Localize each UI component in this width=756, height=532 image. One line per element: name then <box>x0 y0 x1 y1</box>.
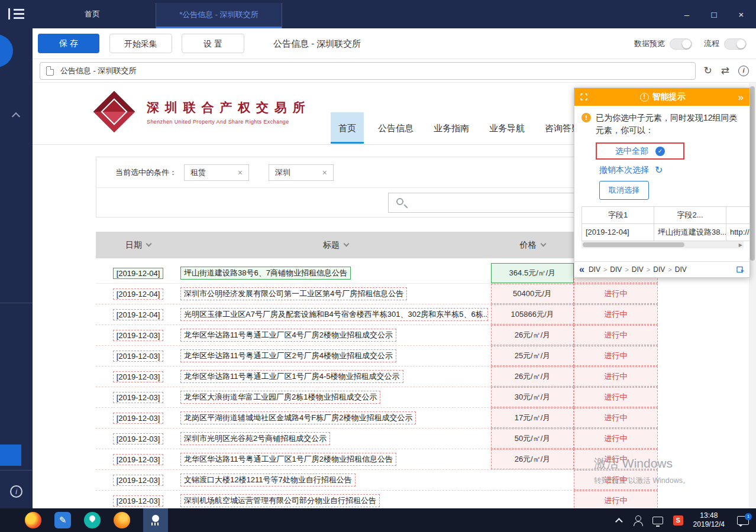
price-cell[interactable]: 17元/㎡/月 <box>491 408 574 428</box>
hscroll-thumb[interactable] <box>583 242 684 247</box>
price-cell[interactable]: 50400元/月 <box>491 284 574 304</box>
status-cell[interactable]: 进行中 <box>574 491 658 508</box>
column-header[interactable]: 价格 <box>491 240 574 251</box>
tab-announcement-active[interactable]: *公告信息 - 深圳联交所 <box>156 3 282 28</box>
table-row[interactable]: [2019-12-03]深圳市光明区光谷苑2号商铺招租成交公示50元/㎡/月进行… <box>96 429 658 449</box>
start-collect-button[interactable]: 开始采集 <box>109 34 172 53</box>
price-cell[interactable]: 26元/㎡/月 <box>491 366 574 387</box>
scroll-right-icon[interactable]: ▶ <box>739 242 742 248</box>
table-row[interactable]: [2019-12-03]龙华区华达路11号粤通工业厂区1号厂房4-5楼物业招租成… <box>96 366 658 387</box>
sidebar-active-indicator[interactable] <box>0 445 21 466</box>
breadcrumb-back-icon[interactable]: « <box>579 265 584 274</box>
price-cell[interactable]: 26元/㎡/月 <box>491 449 574 469</box>
announcement-title-link[interactable]: 光明区玉律工业区A7号厂房及配套设施和B4号宿舍楼西半栋301、302房和东半栋… <box>180 308 488 321</box>
table-row[interactable]: [2019-12-03]龙岗区平湖街道辅城坳社区金城路4号F栋厂房2楼物业招租成… <box>96 408 658 429</box>
maximize-button[interactable]: □ <box>700 9 728 20</box>
date-value[interactable]: [2019-12-03] <box>113 433 164 445</box>
settings-button[interactable]: 设 置 <box>182 34 244 53</box>
flow-toggle[interactable] <box>724 38 747 50</box>
notification-center-icon[interactable]: 1 <box>737 516 749 525</box>
table-row[interactable]: [2019-12-03]龙华区大浪街道华富工业园厂房2栋1楼物业招租成交公示30… <box>96 387 658 408</box>
breadcrumb-div[interactable]: DIV <box>675 265 687 274</box>
data-preview-toggle[interactable] <box>670 38 692 50</box>
nav-item-2[interactable]: 公告信息 <box>372 112 419 144</box>
date-value[interactable]: [2019-12-03] <box>113 330 164 341</box>
horizontal-scrollbar[interactable]: ▶ <box>581 241 744 248</box>
table-row[interactable]: [2019-12-03]龙华区华达路11号粤通工业厂区4号厂房2楼物业招租成交公… <box>96 325 658 346</box>
filter-chip[interactable]: 深圳× <box>269 164 334 181</box>
table-row[interactable]: [2019-12-03]龙华区华达路11号粤通工业厂区2号厂房4楼物业招租成交公… <box>96 346 658 366</box>
status-cell[interactable]: 进行中 <box>574 408 658 428</box>
announcement-title-link[interactable]: 龙华区华达路11号粤通工业厂区1号厂房4-5楼物业招租成交公示 <box>180 370 403 383</box>
status-cell[interactable]: 进行中 <box>574 325 658 345</box>
breadcrumb-div[interactable]: DIV <box>632 265 644 274</box>
chip-close-icon[interactable]: × <box>238 168 243 177</box>
taskbar-app-icon-pen[interactable]: ✎ <box>54 512 71 528</box>
price-cell[interactable]: 25元/㎡/月 <box>491 346 574 366</box>
status-cell[interactable]: 进行中 <box>574 429 658 449</box>
tray-display-icon[interactable] <box>652 517 663 524</box>
announcement-title-link[interactable]: 深圳机场航空城运营管理有限公司部分物业自行招租公告 <box>180 494 380 507</box>
date-value[interactable]: [2019-12-03] <box>113 371 164 382</box>
announcement-title-link[interactable]: 文锦渡口大楼12楼1211号等7处物业自行招租公告 <box>180 473 356 486</box>
date-value[interactable]: [2019-12-04] <box>113 268 164 279</box>
collapse-panel-icon[interactable]: » <box>738 92 744 102</box>
price-cell[interactable] <box>491 491 574 508</box>
table-row[interactable]: [2019-12-04]深圳市公明经济发展有限公司第一工业区第4号厂房招租信息公… <box>96 284 658 304</box>
table-row[interactable]: [2019-12-04]光明区玉律工业区A7号厂房及配套设施和B4号宿舍楼西半栋… <box>96 304 658 325</box>
announcement-title-link[interactable]: 深圳市光明区光谷苑2号商铺招租成交公示 <box>180 432 330 445</box>
date-value[interactable]: [2019-12-03] <box>113 454 164 465</box>
nav-item-1[interactable]: 首页 <box>331 112 364 144</box>
date-value[interactable]: [2019-12-04] <box>113 288 164 300</box>
chevron-up-icon[interactable] <box>12 112 20 121</box>
table-row[interactable]: [2019-12-03]深圳机场航空城运营管理有限公司部分物业自行招租公告进行中 <box>96 491 658 508</box>
status-cell[interactable]: 进行中 <box>574 470 658 490</box>
announcement-title-link[interactable]: 坪山街道建设路38号6、7商铺物业招租信息公告 <box>180 267 351 280</box>
info-icon[interactable]: i <box>738 66 749 76</box>
date-value[interactable]: [2019-12-03] <box>113 351 164 362</box>
undo-selection-link[interactable]: 撤销本次选择 ↻ <box>599 165 742 176</box>
announcement-title-link[interactable]: 深圳市公明经济发展有限公司第一工业区第4号厂房招租信息公告 <box>180 287 407 300</box>
tray-chevron-up-icon[interactable] <box>615 518 623 525</box>
filter-chip[interactable]: 租赁× <box>184 164 249 181</box>
cancel-selection-button[interactable]: 取消选择 <box>599 181 649 200</box>
taskbar-app-icon-map-pin[interactable] <box>84 512 101 528</box>
breadcrumb-div[interactable]: DIV <box>589 265 600 274</box>
date-value[interactable]: [2019-12-04] <box>113 309 164 320</box>
date-value[interactable]: [2019-12-03] <box>113 475 164 486</box>
nav-item-3[interactable]: 业务指南 <box>428 112 475 144</box>
element-picker-icon[interactable] <box>736 265 745 274</box>
sidebar-blue-bump[interactable] <box>0 34 13 67</box>
menu-icon[interactable] <box>8 8 24 20</box>
price-cell[interactable] <box>491 470 574 490</box>
announcement-title-link[interactable]: 龙华区华达路11号粤通工业厂区4号厂房2楼物业招租成交公示 <box>180 329 396 342</box>
column-header[interactable]: 日期 <box>96 240 180 251</box>
chip-close-icon[interactable]: × <box>322 168 327 177</box>
tray-person-icon[interactable] <box>633 515 642 525</box>
announcement-title-link[interactable]: 龙华区华达路11号粤通工业厂区1号厂房2楼物业招租信息公告 <box>180 453 396 466</box>
price-cell[interactable]: 26元/㎡/月 <box>491 325 574 345</box>
announcement-title-link[interactable]: 龙岗区平湖街道辅城坳社区金城路4号F栋厂房2楼物业招租成交公示 <box>180 411 416 424</box>
tab-home[interactable]: 首页 <box>63 0 121 28</box>
announcement-title-link[interactable]: 龙华区大浪街道华富工业园厂房2栋1楼物业招租成交公示 <box>180 391 380 404</box>
taskbar-active-app[interactable] <box>143 508 168 532</box>
tray-clock[interactable]: 13:48 2019/12/4 <box>693 511 725 529</box>
date-value[interactable]: [2019-12-03] <box>113 392 164 403</box>
status-cell[interactable]: 进行中 <box>574 346 658 366</box>
table-row[interactable]: [2019-12-03]文锦渡口大楼12楼1211号等7处物业自行招租公告进行中 <box>96 470 658 491</box>
scrollbar-thumb[interactable] <box>750 86 755 261</box>
status-cell[interactable]: 进行中 <box>574 366 658 387</box>
sidebar-info-icon[interactable]: i <box>10 485 22 498</box>
breadcrumb-div[interactable]: DIV <box>653 265 665 274</box>
refresh-icon[interactable]: ↻ <box>704 66 712 76</box>
taskbar-app-icon-browser[interactable] <box>114 512 130 528</box>
date-value[interactable]: [2019-12-03] <box>113 413 164 424</box>
announcement-title-link[interactable]: 龙华区华达路11号粤通工业厂区2号厂房4楼物业招租成交公示 <box>180 349 396 362</box>
swap-icon[interactable]: ⇄ <box>721 66 729 76</box>
price-cell[interactable]: 30元/㎡/月 <box>491 387 574 407</box>
date-value[interactable]: [2019-12-03] <box>113 495 164 507</box>
status-cell[interactable]: 进行中 <box>574 387 658 407</box>
minimize-button[interactable]: – <box>673 9 700 20</box>
site-logo[interactable]: 深 圳 联 合 产 权 交 易 所 Shenzhen United Proper… <box>96 93 306 130</box>
price-cell[interactable]: 50元/㎡/月 <box>491 429 574 449</box>
